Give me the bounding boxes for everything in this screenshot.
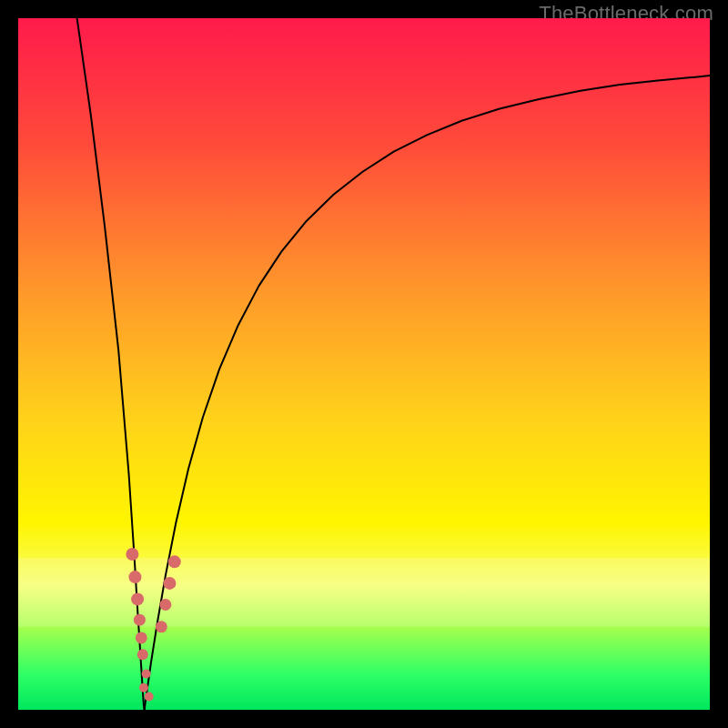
marker-dot <box>139 683 148 693</box>
marker-dot <box>128 571 141 583</box>
marker-dot <box>159 599 171 611</box>
marker-dot <box>145 693 154 702</box>
chart-frame: TheBottleneck.com <box>0 0 728 728</box>
marker-dot <box>137 649 148 660</box>
chart-plot-area <box>18 18 710 710</box>
marker-dot <box>168 555 181 568</box>
marker-dot <box>156 621 167 632</box>
marker-dot <box>131 592 144 605</box>
chart-svg <box>18 18 710 710</box>
highlight-band <box>18 558 710 627</box>
marker-dot <box>136 632 147 643</box>
marker-dot <box>134 614 146 626</box>
marker-dot <box>126 548 138 561</box>
marker-dot <box>163 577 176 590</box>
marker-dot <box>142 669 151 678</box>
